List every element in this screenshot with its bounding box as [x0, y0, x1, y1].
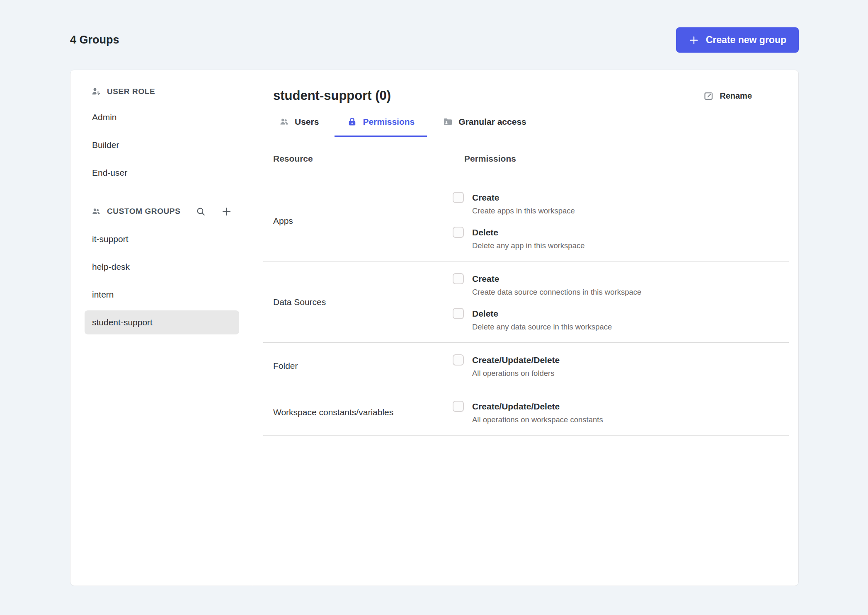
- permission-description: Create data source connections in this w…: [472, 288, 789, 297]
- table-row-apps: Apps Create Create apps in this workspac…: [263, 180, 789, 261]
- tab-users-label: Users: [295, 117, 319, 127]
- resource-label: Workspace constants/variables: [263, 389, 453, 435]
- sidebar-item-student-support[interactable]: student-support: [85, 310, 239, 334]
- user-role-section-header: USER ROLE: [70, 84, 253, 99]
- permission-label: Create: [472, 274, 499, 284]
- sidebar: USER ROLE Admin Builder End-user CUSTOM …: [70, 70, 253, 586]
- tab-granular-access-label: Granular access: [458, 117, 526, 127]
- sidebar-item-label: intern: [92, 290, 114, 300]
- resource-label: Folder: [263, 343, 453, 389]
- permission-description: Create apps in this workspace: [472, 206, 789, 215]
- permission-description: Delete any app in this workspace: [472, 241, 789, 250]
- permission-description: All operations on folders: [472, 369, 789, 378]
- permission-label: Delete: [472, 309, 498, 319]
- lock-icon: [347, 116, 357, 127]
- group-detail-panel: student-support (0) Rename: [253, 70, 798, 586]
- sidebar-item-label: it-support: [92, 234, 129, 244]
- top-bar: 4 Groups Create new group: [0, 0, 868, 53]
- sidebar-item-label: Builder: [92, 140, 119, 150]
- permission-label: Delete: [472, 228, 498, 237]
- tab-permissions[interactable]: Permissions: [335, 110, 427, 137]
- resource-label: Apps: [263, 180, 453, 261]
- group-title: student-support (0): [273, 88, 391, 103]
- groups-icon: [91, 206, 101, 216]
- permission-item: Delete Delete any app in this workspace: [453, 227, 789, 250]
- groups-page: 4 Groups Create new group USER R: [0, 0, 868, 615]
- resource-label: Data Sources: [263, 261, 453, 342]
- permission-item: Create/Update/Delete All operations on w…: [453, 401, 789, 424]
- sidebar-item-it-support[interactable]: it-support: [85, 227, 239, 251]
- permission-item: Delete Delete any data source in this wo…: [453, 308, 789, 332]
- sidebar-item-label: Admin: [92, 112, 117, 122]
- permissions-cell: Create/Update/Delete All operations on f…: [453, 343, 789, 389]
- tab-bar: Users Permissions: [253, 110, 798, 137]
- sidebar-item-help-desk[interactable]: help-desk: [85, 255, 239, 279]
- permissions-cell: Create/Update/Delete All operations on w…: [453, 389, 789, 435]
- permissions-cell: Create Create apps in this workspace Del…: [453, 180, 789, 261]
- apps-create-checkbox[interactable]: [453, 192, 464, 203]
- groups-card: USER ROLE Admin Builder End-user CUSTOM …: [70, 70, 799, 586]
- permission-item: Create Create data source connections in…: [453, 273, 789, 297]
- folder-user-icon: [443, 116, 453, 127]
- data-sources-delete-checkbox[interactable]: [453, 308, 464, 319]
- sidebar-item-label: help-desk: [92, 262, 130, 272]
- data-sources-create-checkbox[interactable]: [453, 273, 464, 284]
- create-new-group-button[interactable]: Create new group: [676, 27, 799, 53]
- permission-item: Create/Update/Delete All operations on f…: [453, 354, 789, 378]
- folder-cud-checkbox[interactable]: [453, 354, 464, 366]
- workspace-constants-cud-checkbox[interactable]: [453, 401, 464, 412]
- create-new-group-label: Create new group: [706, 34, 786, 46]
- column-header-resource: Resource: [263, 154, 453, 164]
- group-detail-header: student-support (0) Rename: [253, 70, 798, 103]
- sidebar-item-label: End-user: [92, 168, 127, 178]
- permission-label: Create: [472, 193, 499, 203]
- custom-groups-section-header: CUSTOM GROUPS: [70, 204, 253, 219]
- user-role-icon: [91, 87, 101, 97]
- table-row-folder: Folder Create/Update/Delete All operatio…: [263, 343, 789, 389]
- sidebar-item-admin[interactable]: Admin: [85, 105, 239, 129]
- tab-users[interactable]: Users: [267, 110, 331, 137]
- users-icon: [279, 116, 289, 127]
- permission-description: Delete any data source in this workspace: [472, 322, 789, 332]
- rename-button[interactable]: Rename: [703, 90, 752, 102]
- table-row-workspace-constants: Workspace constants/variables Create/Upd…: [263, 389, 789, 436]
- search-groups-button[interactable]: [196, 206, 206, 217]
- permission-label: Create/Update/Delete: [472, 402, 560, 412]
- user-role-label: USER ROLE: [107, 87, 155, 96]
- add-group-button[interactable]: [221, 206, 232, 217]
- custom-groups-label: CUSTOM GROUPS: [107, 207, 180, 216]
- table-row-data-sources: Data Sources Create Create data source c…: [263, 261, 789, 343]
- permissions-table: Resource Permissions Apps Create Create …: [263, 137, 789, 436]
- permission-label: Create/Update/Delete: [472, 355, 560, 365]
- sidebar-item-label: student-support: [92, 317, 153, 327]
- column-header-permissions: Permissions: [453, 154, 789, 164]
- permission-description: All operations on workspace constants: [472, 415, 789, 424]
- page-title: 4 Groups: [70, 34, 119, 46]
- permissions-cell: Create Create data source connections in…: [453, 261, 789, 342]
- sidebar-item-intern[interactable]: intern: [85, 283, 239, 307]
- tab-granular-access[interactable]: Granular access: [430, 110, 538, 137]
- rename-label: Rename: [720, 91, 752, 101]
- user-role-list: Admin Builder End-user: [70, 105, 253, 185]
- sidebar-item-end-user[interactable]: End-user: [85, 161, 239, 185]
- sidebar-item-builder[interactable]: Builder: [85, 133, 239, 157]
- tab-permissions-label: Permissions: [363, 117, 415, 127]
- table-header-row: Resource Permissions: [263, 137, 789, 180]
- plus-icon: [689, 35, 699, 46]
- apps-delete-checkbox[interactable]: [453, 227, 464, 238]
- custom-groups-list: it-support help-desk intern student-supp…: [70, 227, 253, 334]
- edit-icon: [703, 90, 714, 102]
- permission-item: Create Create apps in this workspace: [453, 192, 789, 215]
